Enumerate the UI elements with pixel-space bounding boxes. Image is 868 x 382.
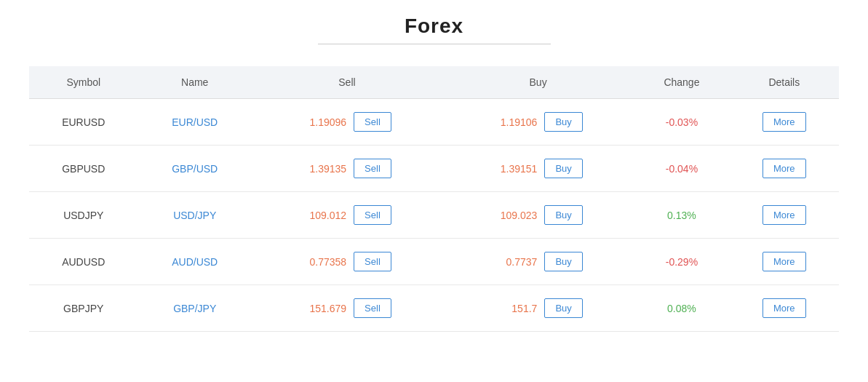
sell-cell: 151.679Sell [252,285,442,332]
buy-button[interactable]: Buy [544,298,582,318]
col-symbol: Symbol [29,66,138,99]
name-cell: GBP/USD [138,146,251,192]
buy-cell: 1.19106Buy [442,99,634,146]
sell-button[interactable]: Sell [354,205,391,225]
details-cell: More [730,239,839,285]
details-cell: More [730,192,839,239]
col-change: Change [634,66,729,99]
change-cell: -0.03% [634,99,729,146]
sell-cell: 1.19096Sell [252,99,442,146]
table-row: GBPUSDGBP/USD1.39135Sell1.39151Buy-0.04%… [29,146,839,192]
details-cell: More [730,99,839,146]
name-cell: AUD/USD [138,239,251,285]
sell-price: 151.679 [303,303,346,314]
title-divider [318,44,551,44]
symbol-cell: GBPJPY [29,285,138,332]
sell-button[interactable]: Sell [354,252,391,271]
symbol-cell: AUDUSD [29,239,138,285]
more-button[interactable]: More [763,112,806,132]
name-cell: USD/JPY [138,192,251,239]
sell-button[interactable]: Sell [354,112,391,132]
forex-table: Symbol Name Sell Buy Change Details EURU… [29,66,839,332]
symbol-cell: USDJPY [29,192,138,239]
buy-button[interactable]: Buy [544,159,582,178]
sell-button[interactable]: Sell [354,298,391,318]
buy-cell: 1.39151Buy [442,146,634,192]
change-cell: 0.08% [634,285,729,332]
name-cell: GBP/JPY [138,285,251,332]
buy-cell: 151.7Buy [442,285,634,332]
table-row: EURUSDEUR/USD1.19096Sell1.19106Buy-0.03%… [29,99,839,146]
change-cell: -0.04% [634,146,729,192]
buy-price: 1.19106 [493,116,537,128]
table-row: AUDUSDAUD/USD0.77358Sell0.7737Buy-0.29%M… [29,239,839,285]
details-cell: More [730,285,839,332]
more-button[interactable]: More [763,159,806,178]
table-body: EURUSDEUR/USD1.19096Sell1.19106Buy-0.03%… [29,99,839,332]
symbol-cell: EURUSD [29,99,138,146]
sell-price: 109.012 [303,210,346,221]
col-buy: Buy [442,66,634,99]
change-cell: 0.13% [634,192,729,239]
sell-price: 1.39135 [303,163,346,175]
sell-button[interactable]: Sell [354,159,391,178]
title-section: Forex [29,15,839,44]
table-header: Symbol Name Sell Buy Change Details [29,66,839,99]
buy-button[interactable]: Buy [544,205,582,225]
sell-price: 1.19096 [303,116,346,128]
buy-price: 151.7 [493,303,537,314]
sell-cell: 0.77358Sell [252,239,442,285]
table-row: GBPJPYGBP/JPY151.679Sell151.7Buy0.08%Mor… [29,285,839,332]
col-name: Name [138,66,251,99]
sell-cell: 1.39135Sell [252,146,442,192]
buy-price: 109.023 [493,210,537,221]
page-title: Forex [29,15,839,38]
name-cell: EUR/USD [138,99,251,146]
col-details: Details [730,66,839,99]
symbol-cell: GBPUSD [29,146,138,192]
more-button[interactable]: More [763,205,806,225]
table-row: USDJPYUSD/JPY109.012Sell109.023Buy0.13%M… [29,192,839,239]
change-cell: -0.29% [634,239,729,285]
col-sell: Sell [252,66,442,99]
buy-cell: 0.7737Buy [442,239,634,285]
more-button[interactable]: More [763,298,806,318]
more-button[interactable]: More [763,252,806,271]
buy-price: 0.7737 [493,256,537,268]
buy-button[interactable]: Buy [544,112,582,132]
buy-price: 1.39151 [493,163,537,175]
sell-price: 0.77358 [303,256,346,268]
buy-button[interactable]: Buy [544,252,582,271]
buy-cell: 109.023Buy [442,192,634,239]
details-cell: More [730,146,839,192]
sell-cell: 109.012Sell [252,192,442,239]
